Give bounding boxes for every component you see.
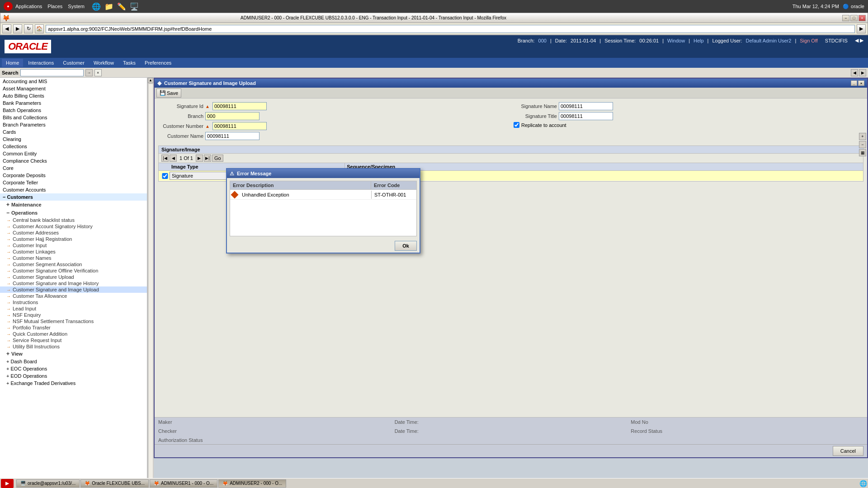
os-system[interactable]: System [68,4,85,9]
sidebar-item-autobilling[interactable]: Auto Billing Clients [0,92,147,99]
sidebar-item-common[interactable]: Common Entity [0,150,147,157]
ok-button[interactable]: Ok [395,241,417,251]
sidebar-item-eod[interactable]: + EOD Operations [0,372,147,380]
sidebar-item-bankparams[interactable]: Bank Parameters [0,99,147,107]
sidebar-sub-utility[interactable]: Utility Bill Instructions [0,343,147,350]
sidebar-item-cards[interactable]: Cards [0,128,147,136]
sidebar-item-custaccounts[interactable]: Customer Accounts [0,186,147,193]
sidebar-sub-nsf[interactable]: NSF Enquiry [0,312,147,318]
sidebar-scrollbar[interactable]: ▲ ▼ [147,78,154,485]
replicate-checkbox[interactable] [514,122,519,128]
nav-customer[interactable]: Customer [59,59,89,67]
sidebar-item-compliance[interactable]: Compliance Checks [0,157,147,164]
taskbar-item-2[interactable]: 🦊 ADMINUSER1 - 000 - O... [150,479,217,488]
cust-num-value[interactable]: 00098111 [212,122,267,130]
sidebar-item-collections[interactable]: Collections [0,143,147,150]
sidebar-item-asset[interactable]: Asset Management [0,85,147,92]
browser-close[interactable]: × [859,15,866,21]
sidebar-item-corpdeposits[interactable]: Corporate Deposits [0,172,147,179]
sig-name-value[interactable]: 00098111 [559,102,613,110]
cust-name-value[interactable]: 00098111 [205,132,259,140]
window-link[interactable]: Window [667,38,685,43]
browser-reload[interactable]: ↻ [24,24,33,33]
pager-next[interactable]: ▶ [196,155,203,162]
branch-value[interactable]: 000 [538,38,547,43]
taskbar-start[interactable]: ▶ [1,479,14,488]
sidebar-item-dashboard[interactable]: + Dash Board [0,358,147,365]
nav-arrow-right[interactable]: ▶ [859,69,866,76]
address-bar[interactable] [46,25,855,33]
browser-forward[interactable]: ▶ [13,24,22,33]
sidebar-sub-tax[interactable]: Customer Tax Allowance [0,293,147,299]
sig-win-close[interactable]: × [858,80,864,86]
sidebar-sub-linkages[interactable]: Customer Linkages [0,249,147,255]
search-submit[interactable]: → [85,69,93,76]
save-button[interactable]: 💾 Save [156,89,181,98]
sidebar-sub-blacklist[interactable]: Central bank blacklist status [0,217,147,223]
sidebar-item-customers[interactable]: − Customers [0,193,147,201]
sidebar-item-eoc[interactable]: + EOC Operations [0,365,147,372]
sidebar-sub-nsf-mutual[interactable]: NSF Mutual Settlement Transactions [0,318,147,324]
sidebar-sub-segment[interactable]: Customer Segment Association [0,261,147,267]
taskbar-item-3[interactable]: 🦊 ADMINUSER2 - 000 - O... [218,479,286,488]
sig-title-value[interactable]: 00098111 [559,112,613,120]
sidebar-sub-quick[interactable]: Quick Customer Addition [0,331,147,337]
nav-workflow[interactable]: Workflow [90,59,118,67]
sig-id-value[interactable]: 00098111 [212,102,267,110]
pager-go[interactable]: Go [212,155,223,162]
sidebar-sub-service[interactable]: Service Request Input [0,337,147,343]
taskbar-item-0[interactable]: 🖥️ oracle@appsvr1:/u03/... [16,479,80,488]
pager-last[interactable]: ▶| [204,155,211,162]
sidebar-group-maintenance[interactable]: Maintenance [0,201,147,209]
branch-field-value[interactable]: 000 [205,112,259,120]
sidebar-sub-portfolio[interactable]: Portfolio Transfer [0,324,147,331]
right-icon-remove[interactable]: − [859,141,866,148]
sign-off[interactable]: Sign Off [800,38,818,43]
browser-minimize[interactable]: − [842,15,849,21]
browser-maximize[interactable]: □ [850,15,858,21]
taskbar-item-1[interactable]: 🦊 Oracle FLEXCUBE UBS... [80,479,149,488]
sidebar-item-batch[interactable]: Batch Operations [0,107,147,114]
sig-win-minimize[interactable]: _ [851,80,857,86]
search-clear[interactable]: × [94,69,102,76]
sidebar-sub-sig-image-upload[interactable]: Customer Signature and Image Upload [0,286,147,293]
sidebar-sub-instructions[interactable]: Instructions [0,299,147,305]
sidebar-item-clearing[interactable]: Clearing [0,136,147,143]
nav-preferences[interactable]: Preferences [141,59,175,67]
nav-tasks[interactable]: Tasks [119,59,140,67]
os-places[interactable]: Places [47,4,62,9]
sidebar-sub-signhistory[interactable]: Customer Account Signatory History [0,223,147,230]
sidebar-sub-custinput[interactable]: Customer Input [0,242,147,249]
sidebar-item-core[interactable]: Core [0,164,147,172]
os-applications[interactable]: Applications [15,4,42,9]
browser-back[interactable]: ◀ [2,24,11,33]
sidebar-item-branch[interactable]: Branch Parameters [0,121,147,128]
nav-arrow-left[interactable]: ◀ [851,69,858,76]
search-input[interactable] [20,69,84,76]
browser-home[interactable]: 🏠 [35,24,44,33]
sidebar-item-exchange[interactable]: + Exchange Traded Derivatives [0,380,147,387]
cancel-button[interactable]: Cancel [833,446,863,456]
sidebar-sub-sig-upload[interactable]: Customer Signature Upload [0,274,147,280]
nav-home[interactable]: Home [2,59,23,67]
right-icon-grid[interactable]: ▦ [859,149,866,156]
right-icon-add[interactable]: + [859,133,866,140]
scroll-up[interactable]: ▲ [148,78,153,83]
browser-go[interactable]: ▶ [857,24,866,33]
help-link[interactable]: Help [693,38,704,43]
sidebar-item-bills[interactable]: Bills and Collections [0,114,147,121]
sidebar-sub-addresses[interactable]: Customer Addresses [0,230,147,236]
sidebar-sub-hajj[interactable]: Customer Hajj Registration [0,236,147,242]
sidebar-item-corpteller[interactable]: Corporate Teller [0,179,147,186]
img-row-check[interactable] [160,173,170,179]
pager-first[interactable]: |◀ [161,155,169,162]
sidebar-group-operations[interactable]: Operations [0,209,147,217]
pager-prev[interactable]: ◀ [170,155,177,162]
sidebar-group-view[interactable]: View [0,350,147,358]
sidebar-item-accounting[interactable]: Accounting and MIS [0,78,147,85]
sidebar-sub-custnames[interactable]: Customer Names [0,255,147,261]
nav-interactions[interactable]: Interactions [24,59,58,67]
sidebar-sub-offline-verify[interactable]: Customer Signature Offline Verification [0,267,147,274]
sidebar-sub-lead[interactable]: Lead Input [0,305,147,312]
sidebar-sub-sig-history[interactable]: Customer Signature and Image History [0,280,147,286]
